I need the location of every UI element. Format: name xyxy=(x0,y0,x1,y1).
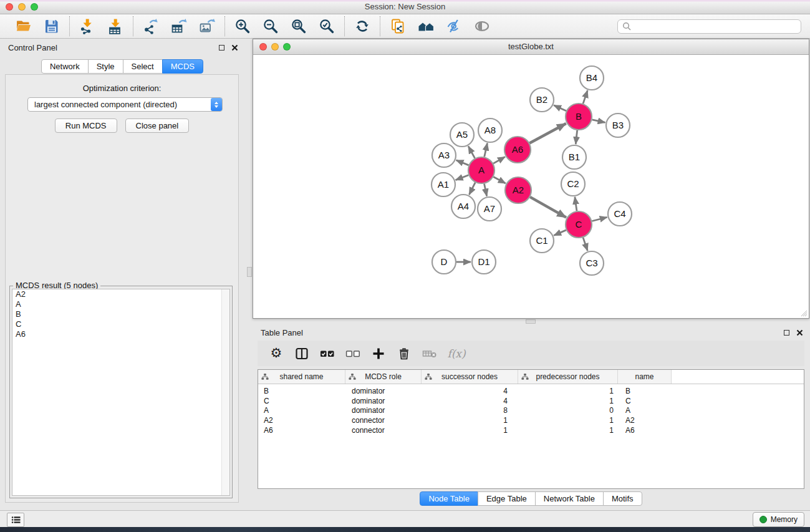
trash-icon[interactable] xyxy=(395,345,413,362)
node-D1[interactable]: D1 xyxy=(472,250,496,274)
node-A[interactable]: A xyxy=(468,157,494,183)
close-table-panel-icon[interactable] xyxy=(796,329,803,336)
edge-A-to-A3[interactable] xyxy=(456,160,468,165)
zoom-fit-icon[interactable] xyxy=(289,17,308,36)
gear-icon[interactable]: ⚙ xyxy=(268,345,285,362)
node-B3[interactable]: B3 xyxy=(606,114,630,137)
table-row-a6[interactable]: A6connector11A6 xyxy=(258,425,804,435)
node-B2[interactable]: B2 xyxy=(530,88,554,112)
export-network-icon[interactable] xyxy=(142,17,160,36)
node-A4[interactable]: A4 xyxy=(451,195,475,218)
deselect-all-icon[interactable] xyxy=(344,345,362,362)
node-A8[interactable]: A8 xyxy=(478,118,502,142)
column-header-mcds-role[interactable]: MCDS role xyxy=(345,370,422,384)
add-icon[interactable] xyxy=(370,345,387,362)
node-B4[interactable]: B4 xyxy=(580,66,604,90)
edge-A-to-A5[interactable] xyxy=(468,146,475,158)
result-item-b[interactable]: B xyxy=(12,309,229,319)
table-row-c[interactable]: Cdominator41C xyxy=(258,396,804,406)
edge-C-to-C4[interactable] xyxy=(592,217,607,221)
houses-icon[interactable] xyxy=(417,17,435,36)
table-row-a2[interactable]: A2connector11A2 xyxy=(258,415,804,425)
edge-C-to-C1[interactable] xyxy=(554,230,566,236)
column-header-name[interactable]: name xyxy=(618,370,672,384)
node-C4[interactable]: C4 xyxy=(608,202,632,226)
tab-style[interactable]: Style xyxy=(88,59,123,74)
edge-A6-to-B[interactable] xyxy=(529,123,566,143)
result-item-a6[interactable]: A6 xyxy=(12,329,229,339)
export-image-icon[interactable] xyxy=(198,17,216,36)
window-titlebar[interactable]: Session: New Session xyxy=(0,0,810,14)
node-A1[interactable]: A1 xyxy=(432,173,455,196)
table-tab-network-table[interactable]: Network Table xyxy=(535,491,604,506)
network-window-titlebar[interactable]: testGlobe.txt xyxy=(253,39,809,55)
zoom-selected-icon[interactable] xyxy=(317,17,336,36)
node-A2[interactable]: A2 xyxy=(505,177,531,203)
node-C2[interactable]: C2 xyxy=(561,172,585,196)
run-mcds-button[interactable]: Run MCDS xyxy=(55,118,117,133)
edge-A-to-A2[interactable] xyxy=(493,177,505,183)
hide-graphics-icon[interactable] xyxy=(445,17,463,36)
search-input[interactable] xyxy=(634,21,796,31)
edge-C-to-C2[interactable] xyxy=(575,197,577,211)
result-item-a[interactable]: A xyxy=(12,299,229,309)
node-B1[interactable]: B1 xyxy=(562,145,586,169)
tab-select[interactable]: Select xyxy=(123,59,163,74)
node-C1[interactable]: C1 xyxy=(530,229,554,253)
clone-network-icon[interactable] xyxy=(388,17,407,36)
result-scrollbar[interactable] xyxy=(221,289,229,495)
edge-A-to-A4[interactable] xyxy=(469,183,475,195)
node-A3[interactable]: A3 xyxy=(432,143,456,167)
columns-icon[interactable] xyxy=(293,345,311,362)
criterion-select[interactable]: largest connected component (directed) xyxy=(27,97,223,112)
tab-mcds[interactable]: MCDS xyxy=(162,59,203,74)
export-table-icon[interactable] xyxy=(170,17,188,36)
column-header-predecessor-nodes[interactable]: predecessor nodes xyxy=(518,370,618,384)
node-B[interactable]: B xyxy=(566,104,592,130)
table-tab-motifs[interactable]: Motifs xyxy=(603,491,642,506)
node-A6[interactable]: A6 xyxy=(504,137,531,163)
table-row-a[interactable]: Adominator80A xyxy=(258,405,804,415)
window-resize-grip[interactable] xyxy=(799,309,808,317)
save-session-icon[interactable] xyxy=(42,17,61,36)
column-header-shared-name[interactable]: shared name xyxy=(258,370,345,384)
import-table-icon[interactable] xyxy=(106,17,125,36)
edge-B-to-B3[interactable] xyxy=(592,120,605,123)
edge-B-to-B2[interactable] xyxy=(554,105,566,111)
zoom-out-icon[interactable] xyxy=(261,17,280,36)
edge-A-to-A1[interactable] xyxy=(456,175,469,180)
result-item-a2[interactable]: A2 xyxy=(12,289,229,299)
vertical-splitter-handle[interactable] xyxy=(247,267,252,277)
import-network-icon[interactable] xyxy=(78,17,97,36)
task-history-button[interactable] xyxy=(7,513,24,527)
close-panel-button[interactable]: Close panel xyxy=(125,118,190,133)
table-row-b[interactable]: Bdominator41B xyxy=(258,386,804,396)
node-D[interactable]: D xyxy=(432,250,456,274)
memory-button[interactable]: Memory xyxy=(753,512,804,527)
float-panel-icon[interactable] xyxy=(219,45,224,51)
edge-B-to-B1[interactable] xyxy=(576,130,577,144)
delete-table-icon[interactable] xyxy=(421,345,438,362)
edge-A2-to-C[interactable] xyxy=(530,197,566,218)
function-builder-icon[interactable]: f(x) xyxy=(446,345,464,362)
edge-A-to-A7[interactable] xyxy=(485,184,487,196)
edge-A-to-A8[interactable] xyxy=(485,143,488,157)
zoom-in-icon[interactable] xyxy=(233,17,252,36)
node-A5[interactable]: A5 xyxy=(450,123,474,147)
table-tab-edge-table[interactable]: Edge Table xyxy=(478,491,536,506)
select-all-icon[interactable] xyxy=(319,345,336,362)
refresh-icon[interactable] xyxy=(353,17,372,36)
column-header-successor-nodes[interactable]: successor nodes xyxy=(422,370,518,384)
edge-B-to-B4[interactable] xyxy=(583,90,587,104)
table-tab-node-table[interactable]: Node Table xyxy=(420,491,478,506)
open-file-icon[interactable] xyxy=(14,17,33,36)
node-A7[interactable]: A7 xyxy=(478,197,501,221)
search-field[interactable] xyxy=(617,19,801,34)
close-panel-icon[interactable] xyxy=(231,44,238,51)
result-item-c[interactable]: C xyxy=(12,319,229,329)
edge-C-to-C3[interactable] xyxy=(583,238,587,251)
float-table-panel-icon[interactable] xyxy=(784,330,789,336)
tab-network[interactable]: Network xyxy=(41,59,89,74)
horizontal-splitter-handle[interactable] xyxy=(526,319,536,324)
mcds-result-list[interactable]: A2ABCA6 xyxy=(12,289,230,496)
